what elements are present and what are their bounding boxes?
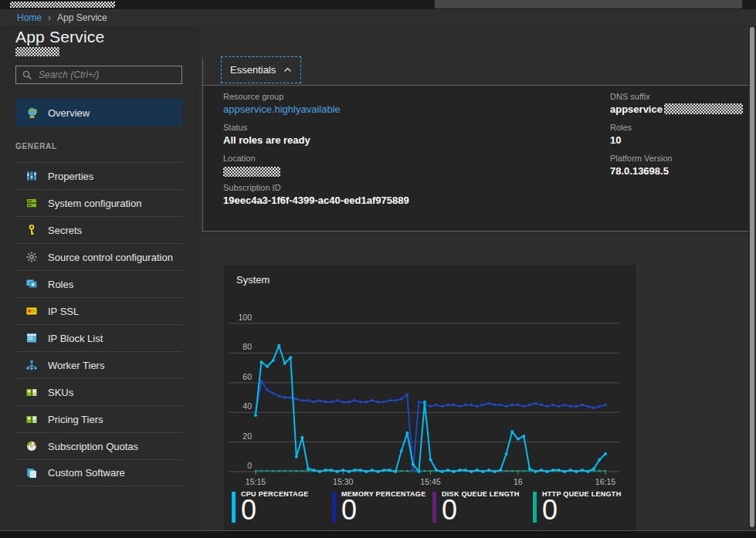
network-icon <box>25 359 39 372</box>
chart-canvas: 02040608010015:1515:3015:451616:15 <box>224 265 636 489</box>
sidebar-item-subscription-quotas[interactable]: Subscription Quotas <box>15 432 182 459</box>
sidebar-item-label: Secrets <box>48 225 82 236</box>
sidebar-item-label: Custom Software <box>48 467 125 479</box>
sidebar-item-roles[interactable]: Roles <box>15 270 182 297</box>
sidebar-item-system-configuration[interactable]: System configuration <box>15 189 182 216</box>
tags-icon <box>25 413 39 426</box>
metric-value: 0 <box>542 497 621 523</box>
essentials-panel: Resource group appservice.highlyavailabl… <box>202 85 749 232</box>
status-value: All roles are ready <box>223 134 409 147</box>
roles-icon <box>25 278 39 291</box>
svg-text:0: 0 <box>247 461 252 470</box>
sidebar-item-pricing-tiers[interactable]: Pricing Tiers <box>15 405 182 432</box>
metric-tile-memory[interactable]: MEMORY PERCENTAGE 0 <box>332 490 432 523</box>
sidebar-item-ip-block-list[interactable]: IP Block List <box>15 324 182 351</box>
essentials-label: Essentials <box>230 64 276 76</box>
svg-text:80: 80 <box>242 342 252 351</box>
sidebar-item-label: Roles <box>48 279 73 290</box>
sidebar-item-label: Overview <box>48 107 90 119</box>
properties-icon <box>25 170 39 183</box>
svg-text:15:45: 15:45 <box>420 477 440 486</box>
metric-value: 0 <box>442 497 520 523</box>
portal-global-search-input[interactable] <box>435 0 742 8</box>
sidebar-item-secrets[interactable]: Secrets <box>15 216 182 243</box>
servers-icon <box>25 197 39 210</box>
sidebar-item-label: SKUs <box>48 387 73 398</box>
gear-icon <box>25 251 39 264</box>
breadcrumb-current: App Service <box>57 12 107 23</box>
sidebar-item-label: System configuration <box>48 198 141 209</box>
essentials-row-location: Location <box>223 153 409 177</box>
metric-tile-disk[interactable]: DISK QUEUE LENGTH 0 <box>432 490 533 523</box>
essentials-right-column: DNS suffix appservice Roles 10 Platform … <box>610 91 743 184</box>
tags-icon <box>25 386 39 399</box>
sidebar-item-worker-tiers[interactable]: Worker Tiers <box>15 351 182 378</box>
sidebar-item-custom-software[interactable]: Custom Software <box>15 459 182 486</box>
sidebar-item-source-control-configuration[interactable]: Source control configuration <box>15 243 182 270</box>
svg-text:20: 20 <box>242 431 252 441</box>
field-label: Location <box>223 153 409 164</box>
breadcrumb: Home › App Service <box>0 9 756 25</box>
sidebar-item-overview[interactable]: Overview <box>15 99 182 127</box>
breadcrumb-separator-icon: › <box>48 12 51 23</box>
search-icon <box>22 69 32 80</box>
platform-version-value: 78.0.13698.5 <box>610 164 743 178</box>
chevron-up-icon <box>283 67 292 73</box>
list-icon <box>25 332 39 345</box>
breadcrumb-home-link[interactable]: Home <box>17 12 42 23</box>
sidebar-item-properties[interactable]: Properties <box>15 162 182 189</box>
svg-text:40: 40 <box>242 401 252 411</box>
field-label: Roles <box>610 122 743 133</box>
key-icon <box>25 224 39 237</box>
sidebar-item-label: Pricing Tiers <box>48 414 103 425</box>
sidebar-item-ip-ssl[interactable]: IP SSL <box>15 297 182 324</box>
redacted-location-value <box>223 167 280 177</box>
page-title: App Service <box>15 28 104 46</box>
metric-value: 0 <box>241 497 309 523</box>
window-bottom-edge <box>0 530 756 538</box>
svg-text:16: 16 <box>514 477 523 486</box>
sidebar-item-label: IP Block List <box>48 333 103 344</box>
metric-color-bar <box>533 492 537 523</box>
window-top-bar <box>0 0 756 9</box>
roles-value: 10 <box>610 134 743 147</box>
sidebar-item-label: IP SSL <box>48 306 79 317</box>
field-label: Resource group <box>223 91 409 102</box>
scrollbar-thumb[interactable] <box>750 27 754 527</box>
sidebar-menu: PropertiesSystem configurationSecretsSou… <box>15 162 182 486</box>
sidebar-item-skus[interactable]: SKUs <box>15 378 182 405</box>
metric-tile-cpu[interactable]: CPU PERCENTAGE 0 <box>232 490 332 523</box>
essentials-row-subscription-id: Subscription ID 19eec4a3-1f6f-4399-ac40-… <box>223 182 409 208</box>
search-input[interactable] <box>37 69 181 81</box>
metric-value: 0 <box>341 497 425 523</box>
svg-text:15:15: 15:15 <box>246 477 266 486</box>
essentials-row-dns-suffix: DNS suffix appservice <box>610 91 743 117</box>
dns-suffix-value: appservice <box>610 103 743 117</box>
redacted-subtitle <box>15 47 59 56</box>
metric-color-bar <box>332 492 336 523</box>
field-label: Platform Version <box>610 153 743 164</box>
svg-text:100: 100 <box>238 313 252 322</box>
sidebar-item-label: Worker Tiers <box>48 360 104 371</box>
essentials-row-platform-version: Platform Version 78.0.13698.5 <box>610 153 743 178</box>
certificate-icon <box>25 305 39 318</box>
field-label: Subscription ID <box>223 182 409 193</box>
essentials-row-resource-group: Resource group appservice.highlyavailabl… <box>223 91 409 117</box>
gauge-icon <box>25 440 39 453</box>
metric-color-bar <box>232 492 236 523</box>
sidebar-item-label: Subscription Quotas <box>48 441 138 452</box>
sidebar-search[interactable] <box>15 66 182 84</box>
documents-icon <box>25 466 39 479</box>
system-metrics-chart[interactable]: 02040608010015:1515:3015:451616:15 Syste… <box>224 265 636 530</box>
metric-tiles: CPU PERCENTAGE 0 MEMORY PERCENTAGE 0 DIS… <box>232 490 636 523</box>
chart-title: System <box>236 274 270 286</box>
essentials-border-segment <box>202 58 203 85</box>
metric-tile-http[interactable]: HTTP QUEUE LENGTH 0 <box>533 490 633 523</box>
essentials-toggle[interactable]: Essentials <box>221 56 301 83</box>
resource-group-link[interactable]: appservice.highlyavailable <box>223 103 409 117</box>
sidebar-section-general: GENERAL <box>15 142 57 151</box>
metric-color-bar <box>432 492 436 523</box>
svg-text:16:15: 16:15 <box>595 477 615 486</box>
svg-text:60: 60 <box>242 372 252 381</box>
essentials-row-roles: Roles 10 <box>610 122 743 147</box>
